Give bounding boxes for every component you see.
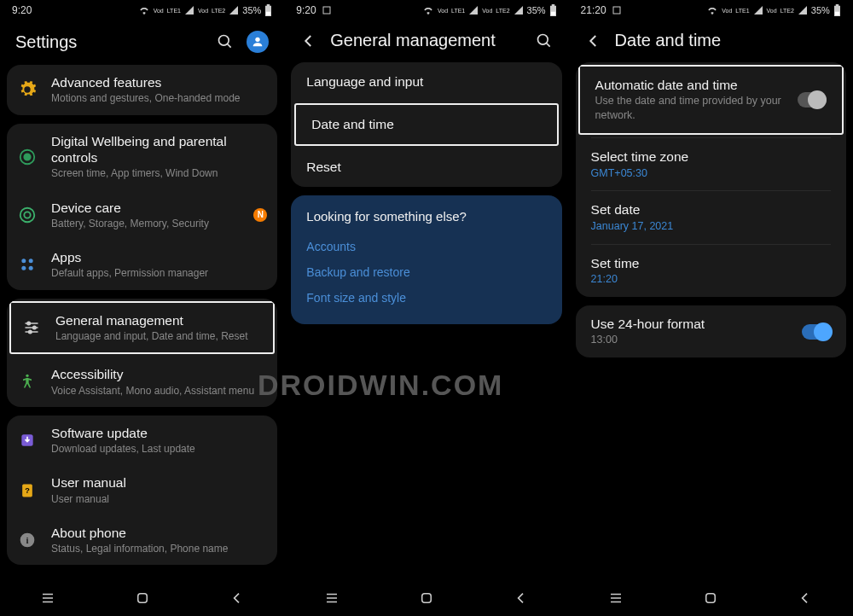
row-general-management[interactable]: General management Language and input, D…: [9, 301, 275, 355]
back-button[interactable]: [299, 32, 318, 50]
wifi-icon: [422, 4, 434, 16]
nav-home[interactable]: [405, 590, 448, 606]
row-select-time-zone[interactable]: Select time zone GMT+05:30: [576, 138, 846, 190]
row-set-date[interactable]: Set date January 17, 2021: [576, 191, 846, 243]
row-title: Device care: [51, 200, 241, 216]
search-button[interactable]: [535, 32, 554, 50]
row-reset[interactable]: Reset: [291, 148, 561, 187]
screen-date-time: 21:20 Vod LTE1 Vod LTE2 35% Date and tim…: [569, 0, 853, 616]
signal-icon: [514, 5, 524, 15]
screen-settings: 9:20 Vod LTE1 Vod LTE2 35% Settings Adva…: [0, 0, 284, 616]
screenshot-icon: [322, 5, 332, 15]
toggle-auto-date-time[interactable]: [798, 92, 827, 108]
search-button[interactable]: [216, 32, 235, 51]
link-backup-restore[interactable]: Backup and restore: [306, 259, 546, 285]
wifi-icon: [706, 4, 718, 16]
row-device-care[interactable]: Device care Battery, Storage, Memory, Se…: [7, 190, 277, 241]
svg-rect-35: [422, 594, 432, 603]
search-icon: [217, 33, 234, 50]
nav-bar: [284, 580, 568, 616]
link-accounts[interactable]: Accounts: [306, 234, 546, 259]
row-sub: Download updates, Last update: [51, 442, 267, 456]
wellbeing-icon: [18, 148, 37, 166]
looking-card: Looking for something else? Accounts Bac…: [291, 195, 561, 324]
svg-point-10: [21, 266, 26, 270]
row-title: Use 24-hour format: [591, 316, 793, 332]
svg-point-9: [29, 259, 33, 264]
nav-bar: [569, 580, 853, 616]
row-about-phone[interactable]: i About phone Status, Legal information,…: [7, 515, 277, 566]
battery-icon: [264, 4, 272, 16]
row-title: Select time zone: [591, 148, 831, 165]
svg-point-15: [27, 322, 30, 324]
back-button[interactable]: [584, 32, 603, 50]
nav-home[interactable]: [689, 590, 732, 606]
row-title: Digital Wellbeing and parental controls: [51, 133, 267, 166]
nav-recent[interactable]: [26, 590, 69, 606]
row-software-update[interactable]: Software update Download updates, Last u…: [7, 416, 277, 466]
signal-icon: [468, 5, 479, 15]
svg-point-16: [33, 326, 36, 328]
chevron-left-icon: [301, 33, 316, 49]
gear-icon: [18, 80, 37, 99]
row-sub: Language and input, Date and time, Reset: [55, 329, 263, 343]
sliders-icon: [23, 319, 40, 336]
link-font-size-style[interactable]: Font size and style: [306, 285, 546, 311]
apps-icon: [19, 256, 36, 273]
row-title: Set date: [591, 201, 831, 218]
row-sub: Use the date and time provided by your n…: [595, 94, 789, 123]
signal-icon: [184, 5, 194, 15]
row-title: Set time: [591, 255, 831, 271]
nav-back[interactable]: [500, 591, 543, 605]
battery-percent: 35%: [527, 5, 546, 15]
nav-bar: [0, 580, 284, 616]
row-advanced-features[interactable]: Advanced features Motions and gestures, …: [7, 65, 277, 115]
card-middle: Digital Wellbeing and parental controls …: [7, 124, 277, 290]
toggle-24-hour[interactable]: [802, 324, 831, 340]
looking-title: Looking for something else?: [306, 209, 546, 224]
row-sub: User manual: [51, 492, 267, 506]
nav-home[interactable]: [121, 590, 164, 606]
nav-recent[interactable]: [310, 590, 353, 606]
row-title: General management: [55, 312, 263, 328]
header-settings: Settings: [0, 20, 284, 65]
wifi-icon: [138, 4, 150, 16]
notification-badge: N: [253, 208, 267, 222]
svg-text:?: ?: [25, 485, 30, 494]
row-user-manual[interactable]: ? User manual User manual: [7, 465, 277, 515]
nav-recent[interactable]: [595, 590, 637, 606]
info-icon: i: [19, 532, 36, 549]
accessibility-icon: [19, 373, 36, 390]
status-time: 9:20: [296, 4, 316, 16]
nav-back[interactable]: [784, 591, 827, 605]
row-set-time[interactable]: Set time 21:20: [576, 245, 846, 297]
row-date-time[interactable]: Date and time: [294, 103, 558, 146]
row-automatic-date-time[interactable]: Automatic date and time Use the date and…: [580, 67, 842, 133]
row-title: Automatic date and time: [595, 77, 789, 93]
svg-rect-37: [835, 12, 839, 15]
svg-point-30: [537, 34, 548, 44]
svg-line-2: [228, 44, 231, 48]
status-time: 9:20: [12, 4, 32, 16]
row-accessibility[interactable]: Accessibility Voice Assistant, Mono audi…: [7, 357, 277, 407]
card-24h: Use 24-hour format 13:00: [576, 305, 846, 357]
chevron-left-icon: [586, 33, 601, 49]
row-language-input[interactable]: Language and input: [291, 62, 561, 102]
row-apps[interactable]: Apps Default apps, Permission manager: [7, 240, 277, 290]
nav-back[interactable]: [216, 591, 258, 605]
profile-avatar[interactable]: [247, 31, 269, 53]
svg-rect-29: [550, 12, 554, 15]
manual-icon: ?: [19, 482, 36, 499]
row-24-hour-format[interactable]: Use 24-hour format 13:00: [576, 305, 846, 357]
row-sub: Screen time, App timers, Wind Down: [51, 166, 267, 180]
battery-percent: 35%: [811, 5, 830, 15]
row-title: Software update: [51, 425, 267, 441]
status-bar: 9:20 Vod LTE1 Vod LTE2 35%: [284, 0, 568, 20]
row-sub: Voice Assistant, Mono audio, Assistant m…: [51, 384, 267, 398]
row-title: Accessibility: [51, 366, 267, 382]
row-digital-wellbeing[interactable]: Digital Wellbeing and parental controls …: [7, 124, 277, 190]
svg-rect-27: [137, 594, 147, 603]
download-icon: [19, 432, 36, 449]
row-title: User manual: [51, 474, 267, 491]
row-sub: GMT+05:30: [591, 166, 831, 181]
